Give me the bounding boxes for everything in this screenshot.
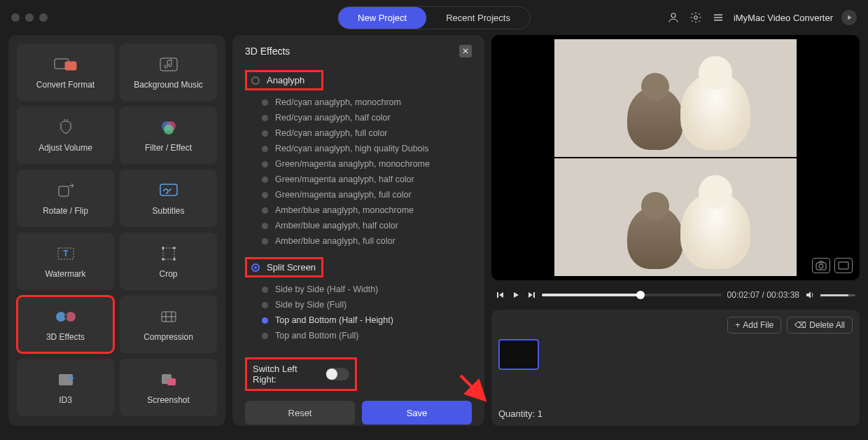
switch-label: Switch Left Right: — [253, 364, 320, 385]
window-close-dot[interactable] — [11, 13, 20, 22]
radio-icon — [262, 333, 268, 339]
preview-frame-top — [554, 39, 797, 157]
tool-label: Compression — [144, 332, 193, 342]
preview-inner — [554, 39, 797, 276]
app-name: iMyMac Video Converter — [734, 13, 833, 23]
splitscreen-option[interactable]: Side by Side (Half - Width) — [262, 284, 472, 294]
snapshot-icon[interactable] — [812, 258, 830, 273]
svg-rect-10 — [160, 184, 177, 195]
radio-icon — [262, 177, 268, 183]
anaglyph-option[interactable]: Red/cyan anaglyph, half color — [262, 113, 472, 123]
delete-all-button[interactable]: ⌫Delete All — [787, 317, 853, 334]
radio-icon — [262, 115, 268, 121]
radio-icon — [262, 146, 268, 152]
tool-label: 3D Effects — [46, 332, 85, 342]
tool-id3[interactable]: ID3 — [17, 359, 114, 416]
volume-slider[interactable] — [820, 294, 855, 296]
radio-icon — [262, 287, 268, 293]
splitscreen-option[interactable]: Top and Bottom (Half - Height) — [262, 315, 472, 325]
splitscreen-options: Side by Side (Half - Width) Side by Side… — [245, 284, 472, 341]
tool-filter-effect[interactable]: Filter / Effect — [120, 106, 217, 164]
anaglyph-label: Anaglyph — [267, 75, 304, 85]
svg-point-19 — [66, 312, 76, 322]
tool-compression[interactable]: Compression — [120, 296, 217, 353]
radio-icon — [262, 302, 268, 308]
effects-panel-title: 3D Effects — [245, 46, 290, 57]
svg-text:T: T — [63, 249, 69, 259]
window-minimize-dot[interactable] — [25, 13, 34, 22]
crop-icon — [156, 244, 181, 263]
anaglyph-option[interactable]: Green/magenta anaglyph, monochrome — [262, 159, 472, 169]
tool-label: Subtitles — [152, 206, 184, 216]
anaglyph-group-radio[interactable]: Anaglyph — [245, 70, 323, 90]
settings-icon[interactable] — [689, 11, 703, 25]
svg-rect-20 — [64, 315, 67, 318]
effects-panel: 3D Effects ✕ Anaglyph Red/cyan anaglyph,… — [232, 35, 484, 426]
adjust-volume-icon — [53, 118, 78, 137]
file-thumbnail[interactable] — [498, 339, 539, 370]
tab-recent-projects[interactable]: Recent Projects — [426, 7, 530, 29]
preview-overlay-icons — [812, 258, 853, 273]
tool-screenshot[interactable]: Screenshot — [120, 359, 217, 416]
seek-slider[interactable] — [542, 294, 722, 296]
next-button[interactable] — [526, 290, 536, 300]
window-controls — [11, 13, 48, 22]
fullscreen-icon[interactable] — [834, 258, 853, 273]
reset-button[interactable]: Reset — [245, 401, 355, 425]
anaglyph-option[interactable]: Red/cyan anaglyph, full color — [262, 128, 472, 138]
switch-left-right-toggle[interactable] — [326, 368, 349, 380]
svg-rect-27 — [839, 262, 848, 269]
svg-rect-9 — [59, 186, 69, 196]
anaglyph-option[interactable]: Amber/blue anaglyph, half color — [262, 221, 472, 231]
anaglyph-option[interactable]: Red/cyan anaglyph, high quality Dubois — [262, 144, 472, 153]
seek-thumb[interactable] — [636, 291, 645, 299]
radio-icon — [262, 99, 268, 106]
anaglyph-option[interactable]: Red/cyan anaglyph, monochrom — [262, 97, 472, 107]
preview-image-content — [680, 73, 750, 150]
splitscreen-group-radio[interactable]: Split Screen — [245, 257, 323, 277]
anaglyph-option[interactable]: Amber/blue anaglyph, monochrome — [262, 205, 472, 215]
tool-crop[interactable]: Crop — [120, 233, 217, 290]
svg-rect-28 — [497, 292, 498, 298]
tool-rotate-flip[interactable]: Rotate / Flip — [17, 170, 114, 227]
anaglyph-option[interactable]: Amber/blue anaglyph, full color — [262, 236, 472, 246]
tool-label: Rotate / Flip — [43, 206, 88, 216]
tool-adjust-volume[interactable]: Adjust Volume — [17, 106, 114, 164]
radio-icon — [262, 223, 268, 229]
menu-icon[interactable] — [711, 11, 725, 25]
prev-button[interactable] — [496, 290, 505, 300]
tool-subtitles[interactable]: Subtitles — [120, 170, 217, 227]
anaglyph-option[interactable]: Green/magenta anaglyph, full color — [262, 190, 472, 200]
subtitles-icon — [156, 181, 181, 200]
preview-image-content — [627, 206, 683, 269]
titlebar: New Project Recent Projects iMyMac Video… — [0, 0, 868, 35]
svg-rect-24 — [167, 378, 176, 385]
tool-label: Screenshot — [147, 395, 190, 405]
splitscreen-label: Split Screen — [267, 262, 316, 273]
radio-icon — [262, 161, 268, 167]
tool-3d-effects[interactable]: 3D Effects — [17, 296, 114, 353]
background-music-icon — [156, 55, 181, 74]
splitscreen-option[interactable]: Side by Side (Full) — [262, 300, 472, 310]
account-icon[interactable] — [666, 11, 680, 25]
volume-icon[interactable] — [805, 290, 815, 300]
tool-convert-format[interactable]: Convert Format — [17, 43, 114, 101]
tab-new-project[interactable]: New Project — [338, 7, 426, 29]
anaglyph-option[interactable]: Green/magenta anaglyph, half color — [262, 174, 472, 184]
svg-point-14 — [162, 247, 164, 249]
tool-watermark[interactable]: T Watermark — [17, 233, 114, 290]
3d-effects-icon — [53, 307, 78, 326]
svg-marker-33 — [806, 291, 811, 298]
play-button[interactable] — [511, 290, 521, 300]
titlebar-right: iMyMac Video Converter — [666, 10, 857, 25]
add-file-button[interactable]: +Add File — [727, 317, 781, 334]
preview-frame-bottom — [554, 158, 797, 276]
svg-point-18 — [56, 312, 66, 322]
save-button[interactable]: Save — [362, 401, 472, 425]
tool-background-music[interactable]: Background Music — [120, 43, 217, 101]
window-zoom-dot[interactable] — [39, 13, 48, 22]
svg-point-1 — [694, 16, 698, 20]
splitscreen-option[interactable]: Top and Bottom (Full) — [262, 331, 472, 341]
playbar: 00:02:07 / 00:03:38 — [491, 286, 860, 304]
close-panel-button[interactable]: ✕ — [459, 45, 472, 57]
